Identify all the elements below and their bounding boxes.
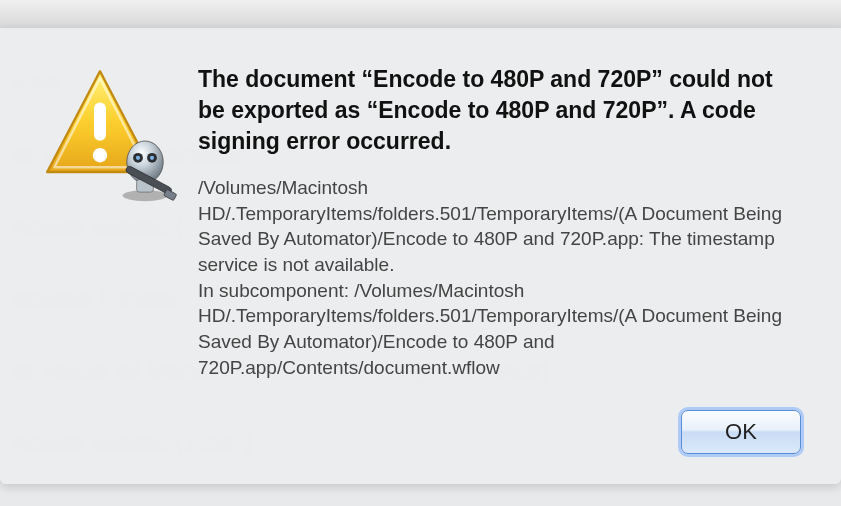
dialog-body-text: /Volumes/Macintosh HD/.TemporaryItems/fo… — [198, 175, 801, 380]
svg-point-5 — [136, 156, 140, 160]
error-dialog: The document “Encode to 480P and 720P” c… — [0, 28, 841, 484]
window-titlebar — [0, 0, 841, 29]
dialog-headline: The document “Encode to 480P and 720P” c… — [198, 64, 801, 157]
dialog-icon-area — [40, 64, 170, 194]
svg-point-7 — [150, 156, 154, 160]
svg-point-1 — [93, 148, 107, 162]
svg-rect-0 — [94, 102, 106, 140]
dialog-button-row: OK — [198, 410, 801, 454]
dialog-text-column: The document “Encode to 480P and 720P” c… — [198, 56, 801, 454]
dialog-content: The document “Encode to 480P and 720P” c… — [40, 56, 801, 454]
ok-button[interactable]: OK — [681, 410, 801, 454]
automator-icon — [110, 134, 180, 204]
